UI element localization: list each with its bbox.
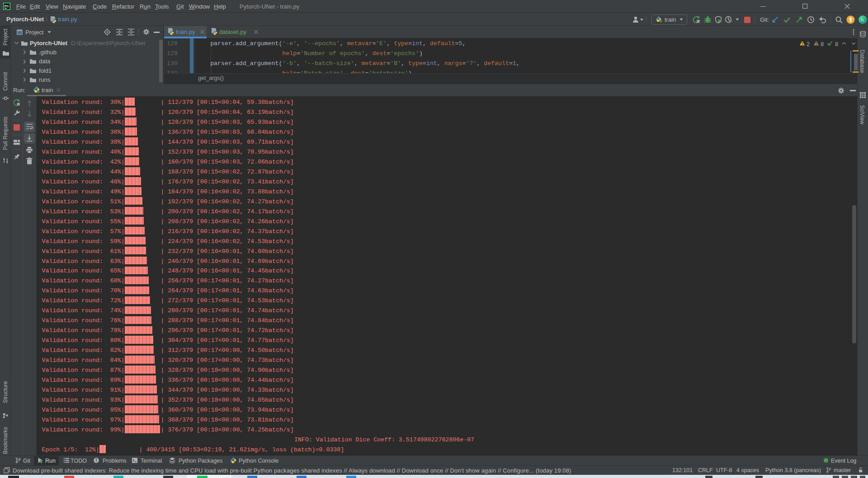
svg-text:PC: PC <box>5 4 9 8</box>
